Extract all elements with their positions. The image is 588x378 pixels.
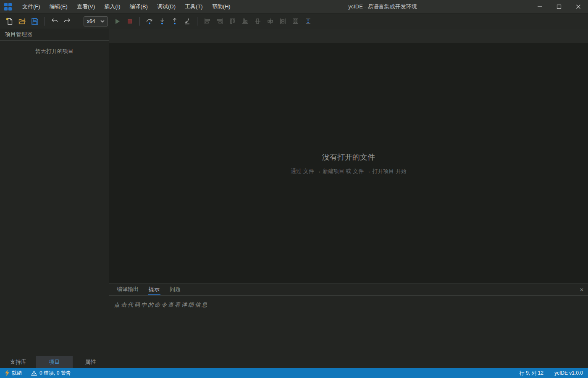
bottom-panel: 编译输出 提示 问题 ✕ 点击代码中的命令查看详细信息 xyxy=(109,284,588,368)
maximize-icon xyxy=(556,4,562,9)
align-left-button[interactable] xyxy=(201,16,213,27)
minimize-button[interactable] xyxy=(530,0,549,13)
close-button[interactable] xyxy=(569,0,588,13)
step-out-icon xyxy=(171,17,179,26)
status-version: ycIDE v1.0.0 xyxy=(554,370,583,376)
status-ready-label: 就绪 xyxy=(12,370,22,377)
arch-selector-value: x64 xyxy=(87,18,95,24)
same-height-icon xyxy=(304,17,312,25)
close-icon xyxy=(576,4,581,9)
panel-tabbar: 编译输出 提示 问题 ✕ xyxy=(109,284,588,296)
editor-empty-hint: 通过 文件 → 新建项目 或 文件 → 打开项目 开始 xyxy=(291,168,407,175)
sidebar-tabbar: 支持库 项目 属性 xyxy=(0,356,109,368)
project-tree: 暂无打开的项目 xyxy=(0,41,109,356)
tab-hints[interactable]: 提示 xyxy=(148,284,160,295)
align-top-button[interactable] xyxy=(226,16,238,27)
menu-compile[interactable]: 编译(B) xyxy=(125,0,152,13)
align-bottom-button[interactable] xyxy=(239,16,251,27)
center-horizontal-button[interactable] xyxy=(264,16,276,27)
warning-icon xyxy=(31,370,37,376)
run-icon xyxy=(113,18,121,25)
tab-support-library[interactable]: 支持库 xyxy=(0,356,36,368)
cursor-position-label: 行 9, 列 12 xyxy=(520,370,543,377)
lightning-icon xyxy=(5,370,9,376)
toolbar-separator xyxy=(197,17,197,26)
redo-button[interactable] xyxy=(61,16,73,27)
center-vertical-button[interactable] xyxy=(252,16,263,27)
arch-selector[interactable]: x64 xyxy=(84,16,108,26)
maximize-button[interactable] xyxy=(549,0,569,13)
sidebar-empty-text: 暂无打开的项目 xyxy=(0,47,109,55)
align-left-icon xyxy=(203,17,211,25)
menu-edit[interactable]: 编辑(E) xyxy=(45,0,72,13)
minimize-icon xyxy=(537,4,542,9)
status-errors-warnings[interactable]: 0 错误, 0 警告 xyxy=(31,370,71,377)
window-title: ycIDE - 易语言集成开发环境 xyxy=(235,3,530,10)
status-errors-label: 0 错误, 0 警告 xyxy=(39,370,71,377)
space-evenly-icon xyxy=(279,17,287,25)
titlebar: 文件(F) 编辑(E) 查看(V) 插入(I) 编译(B) 调试(D) 工具(T… xyxy=(0,0,588,13)
menu-tools[interactable]: 工具(T) xyxy=(180,0,207,13)
status-ready: 就绪 xyxy=(5,370,22,377)
save-icon xyxy=(31,17,39,26)
stop-icon xyxy=(126,18,134,25)
panel-close-button[interactable]: ✕ xyxy=(575,284,588,295)
align-right-button[interactable] xyxy=(214,16,226,27)
stop-button[interactable] xyxy=(124,16,136,27)
center-horizontal-icon xyxy=(266,17,274,25)
menubar: 文件(F) 编辑(E) 查看(V) 插入(I) 编译(B) 调试(D) 工具(T… xyxy=(18,0,235,13)
step-into-button[interactable] xyxy=(156,16,168,27)
center-vertical-icon xyxy=(254,17,262,25)
tab-project[interactable]: 项目 xyxy=(36,356,72,368)
editor-column: 没有打开的文件 通过 文件 → 新建项目 或 文件 → 打开项目 开始 编译输出… xyxy=(109,29,588,368)
step-over-button[interactable] xyxy=(144,16,155,27)
run-to-cursor-button[interactable] xyxy=(181,16,193,27)
menu-debug[interactable]: 调试(D) xyxy=(152,0,180,13)
menu-insert[interactable]: 插入(I) xyxy=(100,0,125,13)
run-button[interactable] xyxy=(111,16,123,27)
tab-problems[interactable]: 问题 xyxy=(169,284,181,295)
new-file-icon xyxy=(5,17,14,26)
step-into-icon xyxy=(158,17,166,26)
version-label: ycIDE v1.0.0 xyxy=(554,370,583,376)
panel-hint-text: 点击代码中的命令查看详细信息 xyxy=(114,302,208,308)
save-button[interactable] xyxy=(29,16,41,27)
editor-empty-title: 没有打开的文件 xyxy=(322,152,375,162)
status-cursor-position[interactable]: 行 9, 列 12 xyxy=(520,370,543,377)
open-project-button[interactable] xyxy=(16,16,28,27)
tab-properties[interactable]: 属性 xyxy=(73,356,109,368)
same-width-button[interactable] xyxy=(289,16,301,27)
window-controls xyxy=(530,0,588,13)
step-out-button[interactable] xyxy=(169,16,181,27)
chevron-down-icon xyxy=(100,20,105,23)
editor-tabstrip xyxy=(109,29,588,43)
sidebar-header: 项目管理器 xyxy=(0,29,109,41)
align-right-icon xyxy=(216,17,224,25)
tab-compile-output[interactable]: 编译输出 xyxy=(116,284,139,295)
panel-content: 点击代码中的命令查看详细信息 xyxy=(109,296,588,368)
step-over-icon xyxy=(145,17,154,26)
statusbar: 就绪 0 错误, 0 警告 行 9, 列 12 ycIDE v1.0.0 xyxy=(0,368,588,378)
main-area: 项目管理器 暂无打开的项目 支持库 项目 属性 没有打开的文件 通过 文件 → … xyxy=(0,29,588,368)
align-bottom-icon xyxy=(241,17,249,25)
close-icon: ✕ xyxy=(580,287,584,293)
redo-icon xyxy=(63,17,71,26)
undo-button[interactable] xyxy=(49,16,60,27)
toolbar-separator xyxy=(45,17,45,26)
run-to-cursor-icon xyxy=(183,17,192,26)
menu-file[interactable]: 文件(F) xyxy=(18,0,45,13)
align-top-icon xyxy=(228,17,236,25)
menu-view[interactable]: 查看(V) xyxy=(72,0,100,13)
new-file-button[interactable] xyxy=(4,16,16,27)
open-project-icon xyxy=(18,17,26,26)
app-window: 文件(F) 编辑(E) 查看(V) 插入(I) 编译(B) 调试(D) 工具(T… xyxy=(0,0,588,378)
status-right-group: 行 9, 列 12 ycIDE v1.0.0 xyxy=(520,370,583,377)
space-evenly-button[interactable] xyxy=(277,16,289,27)
toolbar-separator xyxy=(77,17,77,26)
project-sidebar: 项目管理器 暂无打开的项目 支持库 项目 属性 xyxy=(0,29,109,368)
toolbar-separator xyxy=(139,17,140,26)
menu-help[interactable]: 帮助(H) xyxy=(207,0,235,13)
toolbar: x64 xyxy=(0,13,588,29)
editor-area[interactable]: 没有打开的文件 通过 文件 → 新建项目 或 文件 → 打开项目 开始 xyxy=(109,43,588,284)
same-height-button[interactable] xyxy=(302,16,314,27)
